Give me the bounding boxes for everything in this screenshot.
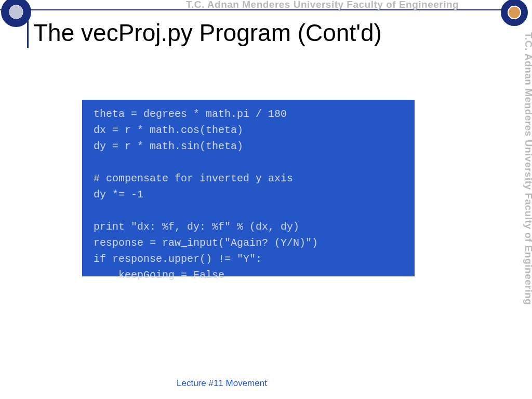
code-snippet: theta = degrees * math.pi / 180 dx = r *… <box>82 100 415 276</box>
side-org-text: T.C. Adnan Menderes University Faculty o… <box>523 32 532 305</box>
header-org-text: T.C. Adnan Menderes University Faculty o… <box>186 0 459 10</box>
title-accent-bar <box>27 20 29 48</box>
faculty-logo-right <box>501 0 528 26</box>
slide-title: The vecProj.py Program (Cont'd) <box>33 19 382 47</box>
footer-lecture-label: Lecture #11 Movement <box>177 378 267 389</box>
